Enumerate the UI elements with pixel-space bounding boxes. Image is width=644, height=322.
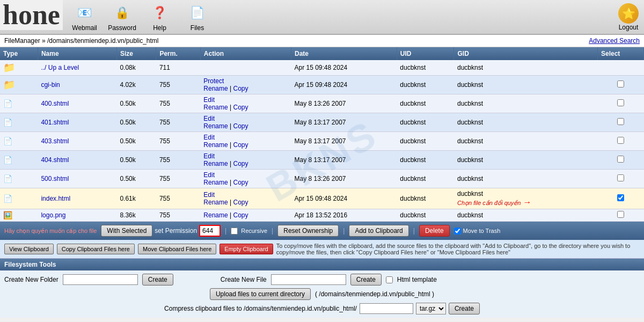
table-row: 📄 403.shtml 0.50k 755 EditRename | Copy …	[0, 132, 644, 151]
row-select-checkbox[interactable]	[617, 156, 624, 163]
action-link-protect[interactable]: Protect	[203, 77, 224, 85]
action-link-copy[interactable]: Copy	[233, 141, 248, 149]
reset-ownership-button[interactable]: Reset Ownership	[277, 225, 339, 237]
cell-uid: ducbknst	[397, 76, 454, 94]
action-link-rename[interactable]: Rename	[203, 85, 228, 92]
create-file-input[interactable]	[271, 274, 346, 285]
view-clipboard-button[interactable]: View Clipboard	[4, 244, 54, 254]
file-icon: 📄	[3, 156, 12, 164]
nav-password[interactable]: 🔒 Password	[107, 3, 137, 32]
cell-size: 0.50k	[116, 94, 156, 113]
cell-select[interactable]	[597, 209, 643, 222]
cell-gid: ducbknst	[454, 113, 597, 132]
create-folder-button[interactable]: Create	[142, 274, 173, 286]
action-link-rename[interactable]: Rename	[203, 122, 228, 130]
cell-perm: 711	[156, 60, 200, 76]
file-name-link[interactable]: ../ Up a Level	[41, 64, 79, 71]
file-name-link[interactable]: 400.shtml	[41, 100, 69, 107]
permission-input[interactable]	[199, 225, 221, 237]
recursive-checkbox[interactable]	[231, 228, 238, 235]
file-name-link[interactable]: 404.shtml	[41, 156, 69, 164]
action-link-rename[interactable]: Rename	[203, 160, 228, 167]
row-select-checkbox[interactable]	[617, 194, 624, 201]
with-selected-button[interactable]: With Selected	[101, 225, 152, 237]
nav-webmail[interactable]: 📧 Webmail	[70, 3, 99, 32]
cell-name[interactable]: 400.shtml	[38, 94, 116, 113]
file-name-link[interactable]: 500.shtml	[41, 175, 69, 182]
cell-perm: 755	[156, 170, 200, 188]
action-link-copy[interactable]: Copy	[233, 179, 248, 186]
compress-filename-input[interactable]	[360, 303, 413, 314]
file-name-link[interactable]: logo.png	[41, 211, 65, 219]
cell-select[interactable]	[597, 60, 643, 76]
action-link-edit[interactable]: Edit	[203, 191, 215, 199]
upload-button[interactable]: Upload files to current directory	[210, 288, 311, 300]
action-link-rename[interactable]: Rename	[203, 141, 228, 149]
action-link-rename[interactable]: Rename	[203, 104, 228, 111]
cell-name[interactable]: 404.shtml	[38, 151, 116, 170]
row-select-checkbox[interactable]	[617, 174, 624, 181]
add-to-clipboard-button[interactable]: Add to Clipboard	[349, 225, 408, 237]
file-name-link[interactable]: 401.shtml	[41, 119, 69, 126]
row-select-checkbox[interactable]	[617, 118, 624, 125]
col-type: Type	[0, 47, 38, 60]
action-link-copy[interactable]: Copy	[233, 104, 248, 111]
move-to-trash-checkbox[interactable]	[454, 228, 461, 235]
action-link-copy[interactable]: Copy	[233, 122, 248, 130]
cell-name[interactable]: cgi-bin	[38, 76, 116, 94]
create-file-button[interactable]: Create	[350, 274, 382, 286]
action-link-rename[interactable]: Rename	[203, 199, 228, 206]
action-link-edit[interactable]: Edit	[203, 171, 215, 179]
compress-format-select[interactable]: tar.gz zip tar	[416, 303, 446, 314]
empty-clipboard-button[interactable]: Empty Clipboard	[219, 244, 273, 254]
action-hint-text: Hãy chọn quyền muốn cấp cho file	[4, 228, 97, 235]
separator1: |	[225, 227, 226, 235]
col-size: Size	[116, 47, 156, 60]
cell-select[interactable]	[597, 113, 643, 132]
cell-name[interactable]: index.html	[38, 188, 116, 209]
copy-clipboard-files-button[interactable]: Copy Clipboard Files here	[57, 244, 135, 254]
cell-select[interactable]	[597, 170, 643, 188]
html-template-checkbox[interactable]	[386, 276, 393, 283]
logout-button[interactable]: ⭐ Logout	[618, 3, 639, 31]
cell-select[interactable]	[597, 94, 643, 113]
action-link-rename[interactable]: Rename	[203, 211, 228, 219]
nav-files[interactable]: 📄 Files	[182, 3, 212, 32]
move-clipboard-files-button[interactable]: Move Clipboard Files here	[138, 244, 216, 254]
file-table: Type Name Size Perm. Action Date UID GID…	[0, 47, 644, 222]
action-link-rename[interactable]: Rename	[203, 179, 228, 186]
compress-create-button[interactable]: Create	[449, 303, 480, 314]
action-link-edit[interactable]: Edit	[203, 115, 215, 122]
cell-name[interactable]: 500.shtml	[38, 170, 116, 188]
nav-help[interactable]: ❓ Help	[145, 3, 174, 32]
cell-select[interactable]	[597, 132, 643, 151]
row-select-checkbox[interactable]	[617, 99, 624, 106]
action-link-edit[interactable]: Edit	[203, 134, 215, 141]
file-name-link[interactable]: cgi-bin	[41, 81, 60, 89]
action-link-edit[interactable]: Edit	[203, 96, 215, 104]
row-select-checkbox[interactable]	[617, 137, 624, 144]
create-folder-input[interactable]	[63, 274, 138, 285]
cell-size: 0.50k	[116, 151, 156, 170]
cell-name[interactable]: 403.shtml	[38, 132, 116, 151]
advanced-search-link[interactable]: Advanced Search	[589, 37, 640, 45]
cell-action: EditRename | Copy	[200, 113, 291, 132]
cell-name[interactable]: logo.png	[38, 209, 116, 222]
file-name-link[interactable]: index.html	[41, 195, 70, 202]
file-name-link[interactable]: 403.shtml	[41, 137, 69, 145]
cell-name[interactable]: ../ Up a Level	[38, 60, 116, 76]
breadcrumb: FileManager » /domains/tenmiendep.id.vn/…	[4, 37, 159, 45]
action-link-copy[interactable]: Copy	[233, 199, 248, 206]
cell-name[interactable]: 401.shtml	[38, 113, 116, 132]
cell-size: 0.61k	[116, 188, 156, 209]
row-select-checkbox[interactable]	[617, 80, 624, 87]
action-link-edit[interactable]: Edit	[203, 152, 215, 160]
delete-button[interactable]: Delete	[419, 225, 450, 237]
row-select-checkbox[interactable]	[617, 211, 624, 218]
action-link-copy[interactable]: Copy	[233, 211, 248, 219]
cell-select[interactable]	[597, 151, 643, 170]
cell-select[interactable]	[597, 76, 643, 94]
action-link-copy[interactable]: Copy	[233, 85, 248, 92]
action-link-copy[interactable]: Copy	[233, 160, 248, 167]
cell-select[interactable]	[597, 188, 643, 209]
